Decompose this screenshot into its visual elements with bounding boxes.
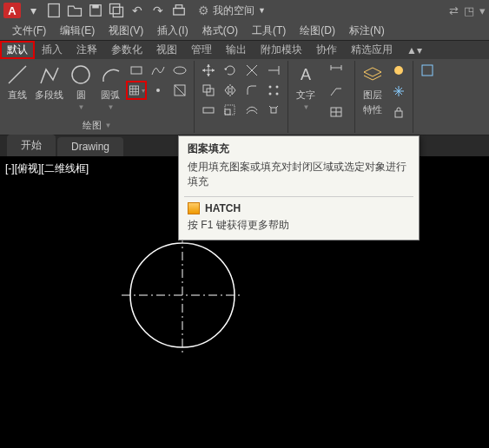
line-label: 直线 [8, 89, 27, 102]
circle-label: 圆 [76, 89, 86, 102]
spline-icon[interactable] [148, 61, 169, 80]
trim-icon[interactable] [241, 61, 262, 80]
svg-point-24 [276, 86, 279, 89]
cloud-icon[interactable]: ◳ [464, 4, 474, 17]
region-icon[interactable] [169, 81, 190, 100]
svg-rect-28 [225, 109, 230, 115]
circle-tool[interactable]: 圆 ▼ [67, 61, 95, 113]
layer-prop-tool[interactable]: 图层 特性 [359, 61, 387, 118]
menu-file[interactable]: 文件(F) [7, 22, 51, 40]
layer-freeze-icon[interactable] [388, 82, 409, 101]
scale-icon[interactable] [220, 101, 241, 120]
rtab-view[interactable]: 视图 [149, 41, 184, 59]
chevron-down-icon: ▼ [105, 122, 112, 129]
draw-group: 直线 多段线 圆 ▼ 圆弧 ▼ ▾ [0, 61, 195, 133]
chevron-down-icon: ▼ [303, 103, 310, 111]
menu-draw[interactable]: 绘图(D) [294, 22, 340, 40]
rtab-collab[interactable]: 协作 [309, 41, 344, 59]
line-tool[interactable]: 直线 [3, 61, 31, 103]
app-logo[interactable]: A [3, 3, 21, 18]
svg-line-7 [9, 66, 26, 83]
rtab-insert[interactable]: 插入 [35, 41, 69, 59]
share-icon[interactable]: ⇄ [449, 4, 459, 17]
copy-icon[interactable] [198, 81, 219, 100]
rtab-addons[interactable]: 附加模块 [254, 41, 309, 59]
stretch-icon[interactable] [198, 101, 219, 120]
redo-icon[interactable]: ↷ [149, 2, 167, 19]
annotation-group: A 文字 ▼ [288, 61, 355, 133]
polyline-tool[interactable]: 多段线 [33, 61, 65, 103]
save-icon[interactable] [87, 2, 104, 19]
arc-tool[interactable]: 圆弧 ▼ [96, 61, 124, 113]
fillet-icon[interactable] [241, 81, 262, 100]
explode-icon[interactable] [263, 101, 284, 120]
tooltip-command: HATCH [179, 197, 419, 216]
ribbon-tabs: 默认 插入 注释 参数化 视图 管理 输出 附加模块 协作 精选应用 ▲▾ [0, 40, 489, 59]
hatch-tooltip: 图案填充 使用填充图案或填充对封闭区域或选定对象进行填充 HATCH 按 F1 … [178, 135, 420, 240]
dropdown-icon[interactable]: ▾ [24, 2, 42, 19]
extend-icon[interactable] [263, 61, 284, 80]
mirror-icon[interactable] [220, 81, 241, 100]
layer-lock-icon[interactable] [388, 102, 409, 122]
svg-rect-2 [92, 5, 99, 9]
circle-object[interactable] [113, 226, 252, 365]
svg-point-40 [394, 66, 403, 75]
tooltip-help: 按 F1 键获得更多帮助 [179, 216, 419, 240]
svg-rect-27 [203, 108, 214, 113]
rotate-icon[interactable] [220, 61, 241, 80]
svg-point-25 [269, 93, 272, 96]
menu-tools[interactable]: 工具(T) [247, 22, 291, 40]
block-icon[interactable] [417, 61, 438, 80]
text-tool[interactable]: A 文字 ▼ [292, 61, 320, 113]
offset-icon[interactable] [241, 101, 262, 120]
menu-edit[interactable]: 编辑(E) [55, 22, 100, 40]
rtab-featured[interactable]: 精选应用 [344, 41, 400, 59]
svg-rect-30 [271, 108, 276, 113]
point-icon[interactable] [148, 81, 169, 100]
hatch-button[interactable]: ▾ [126, 81, 147, 100]
rtab-annotate[interactable]: 注释 [69, 41, 104, 59]
menu-dim[interactable]: 标注(N) [344, 22, 390, 40]
rtab-param[interactable]: 参数化 [104, 41, 149, 59]
rect-icon[interactable] [126, 61, 147, 80]
ellipse-icon[interactable] [169, 61, 190, 80]
menu-format[interactable]: 格式(O) [197, 22, 243, 40]
rtab-more[interactable]: ▲▾ [400, 43, 429, 58]
svg-rect-5 [174, 9, 185, 16]
svg-text:A: A [301, 66, 311, 83]
table-icon[interactable] [321, 102, 351, 122]
open-icon[interactable] [66, 2, 83, 19]
tooltip-cmd-text: HATCH [205, 202, 241, 214]
more-group [413, 61, 441, 133]
menu-insert[interactable]: 插入(I) [152, 22, 193, 40]
leader-icon[interactable] [321, 82, 351, 101]
doctab-start[interactable]: 开始 [7, 135, 56, 156]
tooltip-desc: 使用填充图案或填充对封闭区域或选定对象进行填充 [179, 158, 419, 196]
pline-label: 多段线 [35, 89, 63, 102]
svg-rect-3 [110, 4, 120, 14]
help-icon[interactable]: ▾ [479, 4, 486, 17]
layerprop-label: 特性 [363, 103, 382, 116]
rtab-default[interactable]: 默认 [0, 41, 35, 59]
rtab-manage[interactable]: 管理 [184, 41, 219, 59]
menu-view[interactable]: 视图(V) [103, 22, 149, 40]
layer-state-icon[interactable] [388, 61, 409, 80]
rtab-output[interactable]: 输出 [219, 41, 254, 59]
doctab-drawing[interactable]: Drawing [57, 137, 123, 156]
svg-line-18 [175, 85, 185, 96]
workspace-selector[interactable]: ⚙ 我的空间 ▼ [198, 3, 266, 18]
move-icon[interactable] [198, 61, 219, 80]
chevron-down-icon: ▼ [78, 103, 85, 111]
undo-icon[interactable]: ↶ [129, 2, 146, 19]
dim-linear-icon[interactable] [321, 61, 351, 80]
saveas-icon[interactable] [108, 2, 125, 19]
array-icon[interactable] [263, 81, 284, 100]
svg-point-26 [276, 93, 279, 96]
viewport-label[interactable]: [-][俯视][二维线框] [5, 161, 89, 176]
new-icon[interactable] [45, 2, 63, 19]
svg-rect-42 [422, 65, 433, 76]
print-icon[interactable] [170, 2, 188, 19]
chevron-down-icon: ▼ [108, 103, 115, 111]
svg-point-10 [174, 67, 186, 74]
svg-point-23 [269, 86, 272, 89]
